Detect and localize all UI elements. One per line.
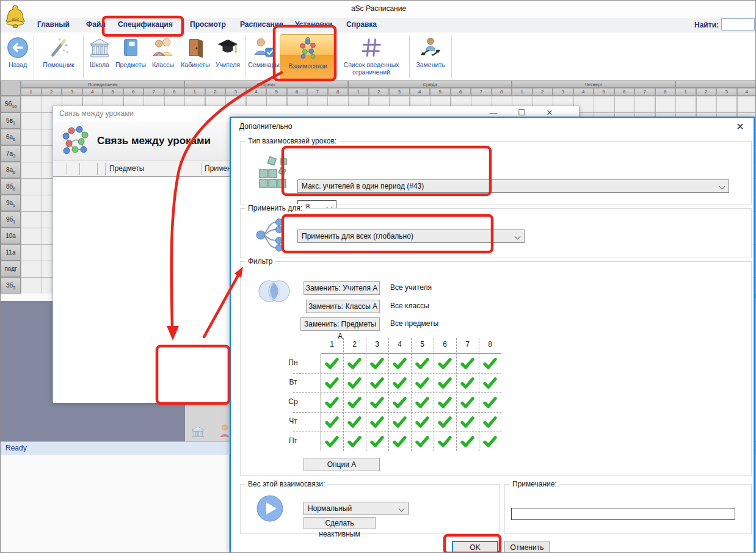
toolbar-item-rooms[interactable]: Кабинеты	[178, 34, 213, 80]
check-cell[interactable]	[434, 392, 456, 412]
day-header: Вторник	[184, 81, 348, 88]
relation-type-select[interactable]: Макс. учителей в один период (#43)	[297, 179, 729, 193]
check-cell[interactable]	[343, 432, 366, 451]
check-cell[interactable]	[479, 353, 501, 373]
check-cell[interactable]	[343, 412, 366, 432]
check-cell[interactable]	[366, 392, 388, 412]
find-label: Найти:	[694, 21, 719, 29]
apply-for-select[interactable]: Применить для всех (глобально)	[297, 230, 525, 243]
check-cell[interactable]	[321, 353, 343, 373]
check-cell[interactable]	[479, 373, 501, 392]
menu-specification[interactable]: Спецификация	[118, 20, 173, 29]
menu-help[interactable]: Справка	[346, 20, 377, 29]
column-subjects[interactable]: Предметы	[109, 164, 144, 173]
check-cell[interactable]	[388, 373, 411, 392]
toolbar-label-constraints: Список введенных ограничений	[336, 61, 407, 76]
period-header: 6	[614, 88, 635, 96]
column-apply[interactable]: Примен	[205, 164, 231, 173]
toolbar-item-relations[interactable]: Взаимосвязи	[280, 34, 336, 79]
weight-select[interactable]: Нормальный	[303, 502, 409, 515]
check-cell[interactable]	[366, 373, 388, 392]
check-cell[interactable]	[456, 373, 479, 392]
check-cell[interactable]	[343, 373, 366, 392]
check-cell[interactable]	[411, 392, 434, 412]
school-tab-icon[interactable]	[190, 425, 206, 442]
toolbar-separator	[451, 35, 452, 78]
toolbar-item-teachers[interactable]: Учителя	[213, 34, 242, 80]
cancel-button[interactable]: Отменить	[504, 541, 550, 553]
check-cell[interactable]	[479, 432, 501, 451]
check-cell[interactable]	[388, 392, 411, 412]
check-cell[interactable]	[411, 432, 434, 451]
check-cell[interactable]	[434, 373, 456, 392]
check-cell[interactable]	[388, 412, 411, 432]
chevron-down-icon	[719, 184, 725, 190]
period-header: 6	[287, 88, 308, 96]
menu-view[interactable]: Просмотр	[190, 20, 226, 29]
toolbar-item-classes[interactable]: Классы	[148, 34, 178, 80]
replace-classes-button[interactable]: Заменить: Классы А	[306, 300, 380, 313]
check-cell[interactable]	[479, 392, 501, 412]
replace-teachers-button[interactable]: Заменить: Учителя А	[303, 281, 380, 295]
check-cell[interactable]	[366, 412, 388, 432]
check-cell[interactable]	[343, 392, 366, 412]
check-cell[interactable]	[411, 373, 434, 392]
grid-period-label: 8	[479, 340, 501, 349]
toolbar-item-replace[interactable]: Заменить	[412, 34, 449, 80]
ok-button[interactable]: OK	[452, 541, 498, 553]
grid-day-label: Ср	[276, 397, 310, 406]
note-input[interactable]	[511, 508, 735, 520]
check-cell[interactable]	[434, 432, 456, 451]
period-header: 5	[103, 88, 123, 96]
check-cell[interactable]	[434, 353, 456, 373]
toolbar-item-constraints[interactable]: Список введенных ограничений	[336, 34, 407, 80]
close-icon[interactable]: ✕	[734, 121, 746, 132]
find-input[interactable]	[721, 18, 755, 31]
grid-period-label: 7	[456, 340, 479, 349]
chevron-down-icon	[399, 506, 405, 512]
toolbar-label-subjects: Предметы	[115, 61, 146, 68]
checkmark-icon	[347, 377, 362, 389]
period-header: 1	[675, 88, 696, 96]
toolbar-label-back: Назад	[9, 61, 27, 68]
check-cell[interactable]	[411, 353, 434, 373]
check-cell[interactable]	[411, 412, 434, 432]
row-label: 3б3	[1, 277, 21, 294]
grid-left-line	[321, 353, 321, 451]
checkmark-icon	[460, 416, 474, 428]
toolbar-item-back[interactable]: Назад	[4, 34, 31, 80]
check-cell[interactable]	[479, 412, 501, 432]
asc-bell-logo-icon[interactable]: aSc	[4, 4, 26, 32]
type-groupbox: Тип взаимосвязей уроков: Макс. учителей …	[240, 141, 752, 204]
column-divider	[79, 163, 80, 175]
toolbar-label-rooms: Кабинеты	[181, 61, 209, 68]
toolbar-item-seminars[interactable]: Семинары	[248, 34, 280, 80]
menu-timetable[interactable]: Расписание	[240, 20, 283, 29]
replace-subjects-button[interactable]: Заменить: Предметы А	[300, 317, 380, 331]
row-label: 7а3	[1, 145, 21, 162]
check-cell[interactable]	[321, 373, 343, 392]
check-cell[interactable]	[388, 353, 411, 373]
check-cell[interactable]	[366, 432, 388, 451]
toolbar-label-wizard: Помощник	[43, 61, 74, 68]
menu-file[interactable]: Файл	[86, 20, 106, 29]
menu-settings[interactable]: Установки	[295, 20, 332, 29]
check-cell[interactable]	[456, 432, 479, 451]
menu-main[interactable]: Главный	[37, 20, 70, 29]
toolbar-item-wizard[interactable]: Помощник	[37, 34, 81, 80]
check-cell[interactable]	[434, 412, 456, 432]
check-cell[interactable]	[321, 392, 343, 412]
toolbar-item-subjects[interactable]: Предметы	[113, 34, 148, 80]
make-inactive-button[interactable]: Сделать неактивным	[303, 517, 376, 529]
check-cell[interactable]	[456, 353, 479, 373]
check-cell[interactable]	[321, 432, 343, 451]
check-cell[interactable]	[388, 432, 411, 451]
check-cell[interactable]	[321, 412, 343, 432]
check-cell[interactable]	[456, 412, 479, 432]
check-cell[interactable]	[366, 353, 388, 373]
check-cell[interactable]	[456, 392, 479, 412]
toolbar-label-relations: Взаимосвязи	[288, 62, 327, 70]
options-a-button[interactable]: Опции А	[303, 458, 380, 471]
check-cell[interactable]	[343, 353, 366, 373]
toolbar-item-school[interactable]: Школа	[86, 34, 113, 80]
